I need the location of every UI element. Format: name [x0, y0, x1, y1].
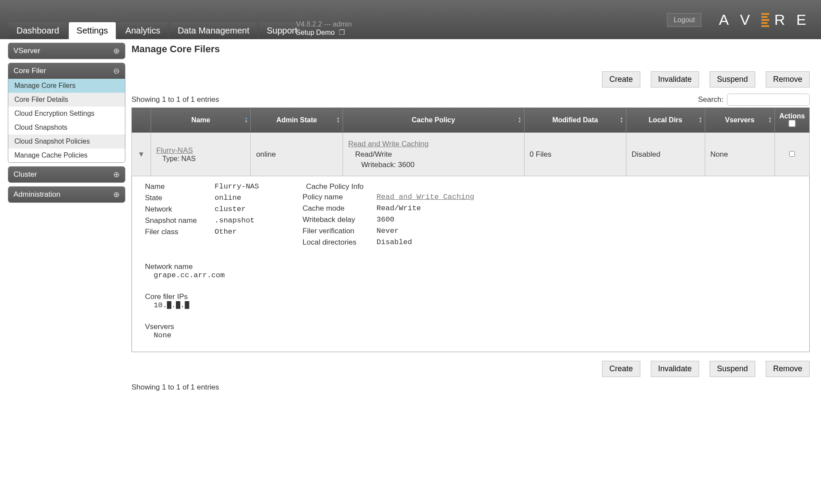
core-ips-label: Core filer IPs — [145, 292, 796, 301]
brand-e-icon — [761, 13, 769, 27]
plus-icon: ⊕ — [113, 46, 120, 56]
search-input[interactable] — [727, 94, 810, 106]
detail-value-filer-verification: Never — [377, 227, 399, 235]
header-bar: DashboardSettingsAnalyticsData Managemen… — [0, 0, 821, 39]
select-all-checkbox[interactable] — [788, 120, 796, 127]
detail-label-cache-mode: Cache mode — [303, 204, 377, 213]
sort-icon: ▲▼ — [244, 117, 248, 124]
col-admin-state[interactable]: Admin State▲▼ — [251, 108, 343, 133]
doc-icon: ❐ — [336, 29, 344, 36]
nav-tabs: DashboardSettingsAnalyticsData Managemen… — [9, 22, 305, 39]
logout-button[interactable]: Logout — [667, 13, 701, 27]
cache-mode: Read/Write — [348, 149, 519, 160]
detail-label-filer-verification: Filer verification — [303, 227, 377, 235]
tab-data-management[interactable]: Data Management — [170, 22, 257, 39]
detail-value-policy-name[interactable]: Read and Write Caching — [377, 193, 474, 202]
modified-data: 0 Files — [524, 133, 626, 176]
setup-demo[interactable]: Setup Demo — [296, 29, 335, 36]
cache-wb: Writeback: 3600 — [348, 160, 519, 170]
detail-value-name: Flurry-NAS — [215, 182, 259, 191]
detail-label-local-directories: Local directories — [303, 238, 377, 247]
remove-button[interactable]: Remove — [766, 71, 810, 87]
invalidate-button[interactable]: Invalidate — [651, 71, 699, 87]
network-name-label: Network name — [145, 262, 796, 271]
detail-value-cache-mode: Read/Write — [377, 204, 421, 213]
detail-value-filer-class: Other — [215, 228, 237, 236]
remove-button[interactable]: Remove — [766, 361, 810, 377]
core-ips: 10.█.█.█ — [145, 301, 796, 309]
detail-label-filer-class: Filer class — [145, 228, 215, 236]
plus-icon: ⊕ — [113, 170, 120, 179]
invalidate-button[interactable]: Invalidate — [651, 361, 699, 377]
expand-toggle[interactable]: ▼ — [132, 133, 151, 176]
network-name: grape.cc.arr.com — [145, 271, 796, 279]
sidebar-item-cloud-encryption-settings[interactable]: Cloud Encryption Settings — [8, 107, 125, 121]
detail-value-network: cluster — [215, 205, 246, 214]
sidebar-item-manage-core-filers[interactable]: Manage Core Filers — [8, 79, 125, 93]
showing-text-bottom: Showing 1 to 1 of 1 entries — [131, 383, 810, 392]
vservers-value: None — [145, 331, 796, 339]
sidebar-group-cluster[interactable]: Cluster⊕ — [8, 167, 125, 182]
admin-state: online — [251, 133, 343, 176]
filer-type: Type: NAS — [156, 155, 245, 163]
sort-icon: ▲▼ — [620, 117, 623, 124]
col-actions[interactable]: Actions — [775, 108, 810, 133]
version-info: V4.8.2.2 --- admin Setup Demo ❐ — [296, 20, 352, 37]
sidebar-item-cloud-snapshots[interactable]: Cloud Snapshots — [8, 121, 125, 134]
filer-name-link[interactable]: Flurry-NAS — [156, 146, 193, 155]
detail-label-network: Network — [145, 205, 215, 214]
detail-value-local-directories: Disabled — [377, 238, 412, 247]
detail-value-snapshot-name: .snapshot — [215, 216, 255, 225]
detail-label-writeback-delay: Writeback delay — [303, 215, 377, 224]
table-row: ▼ Flurry-NAS Type: NAS online Read and W… — [132, 133, 810, 176]
row-checkbox[interactable] — [789, 151, 795, 157]
col-vservers[interactable]: Vservers▲▼ — [705, 108, 774, 133]
plus-icon: ⊕ — [113, 190, 120, 199]
sort-icon: ▲▼ — [336, 117, 340, 124]
detail-value-state: online — [215, 194, 241, 202]
brand-logo: A V R E — [719, 11, 812, 28]
chevron-down-icon: ▼ — [138, 150, 145, 158]
create-button[interactable]: Create — [602, 361, 640, 377]
sidebar-group-administration[interactable]: Administration⊕ — [8, 187, 125, 202]
col-cache-policy[interactable]: Cache Policy▲▼ — [343, 108, 524, 133]
sidebar-item-cloud-snapshot-policies[interactable]: Cloud Snapshot Policies — [8, 134, 125, 148]
create-button[interactable]: Create — [602, 71, 640, 87]
core-filers-table: Name▲▼Admin State▲▼Cache Policy▲▼Modifie… — [131, 108, 810, 176]
col-local-dirs[interactable]: Local Dirs▲▼ — [626, 108, 705, 133]
col-expand — [132, 108, 151, 133]
sidebar-group-core-filer[interactable]: Core Filer⊖ — [8, 63, 125, 79]
tab-settings[interactable]: Settings — [69, 22, 116, 39]
version-text: V4.8.2.2 --- admin — [296, 20, 352, 28]
vservers-cell: None — [705, 133, 774, 176]
showing-text-top: Showing 1 to 1 of 1 entries — [131, 95, 219, 104]
cache-policy-link[interactable]: Read and Write Caching — [348, 140, 429, 148]
col-name[interactable]: Name▲▼ — [151, 108, 251, 133]
sidebar-group-vserver[interactable]: VServer⊕ — [8, 43, 125, 59]
sort-icon: ▲▼ — [768, 117, 772, 124]
detail-left-col: NameFlurry-NASStateonlineNetworkclusterS… — [145, 182, 259, 249]
sidebar: VServer⊕Core Filer⊖Manage Core FilersCor… — [0, 39, 125, 392]
sidebar-item-core-filer-details[interactable]: Core Filer Details — [8, 93, 125, 107]
sort-icon: ▲▼ — [699, 117, 702, 124]
details-panel: NameFlurry-NASStateonlineNetworkclusterS… — [131, 176, 810, 352]
detail-label-policy-name: Policy name — [303, 193, 377, 202]
local-dirs: Disabled — [626, 133, 705, 176]
col-modified-data[interactable]: Modified Data▲▼ — [524, 108, 626, 133]
sort-icon: ▲▼ — [518, 117, 522, 124]
search-label: Search: — [698, 95, 723, 104]
suspend-button[interactable]: Suspend — [710, 361, 755, 377]
detail-label-name: Name — [145, 182, 215, 191]
action-row-bottom: CreateInvalidateSuspendRemove — [131, 361, 810, 377]
detail-label-snapshot-name: Snapshot name — [145, 216, 215, 225]
detail-right-col: Cache Policy Info Policy nameRead and Wr… — [303, 182, 474, 249]
tab-analytics[interactable]: Analytics — [118, 22, 168, 39]
header-right: Logout A V R E — [667, 11, 812, 28]
tab-dashboard[interactable]: Dashboard — [9, 22, 67, 39]
suspend-button[interactable]: Suspend — [710, 71, 755, 87]
table-header-row: Name▲▼Admin State▲▼Cache Policy▲▼Modifie… — [132, 108, 810, 133]
content: Manage Core Filers CreateInvalidateSuspe… — [125, 39, 821, 392]
sidebar-item-manage-cache-policies[interactable]: Manage Cache Policies — [8, 148, 125, 162]
action-row-top: CreateInvalidateSuspendRemove — [131, 71, 810, 87]
detail-label-state: State — [145, 194, 215, 202]
